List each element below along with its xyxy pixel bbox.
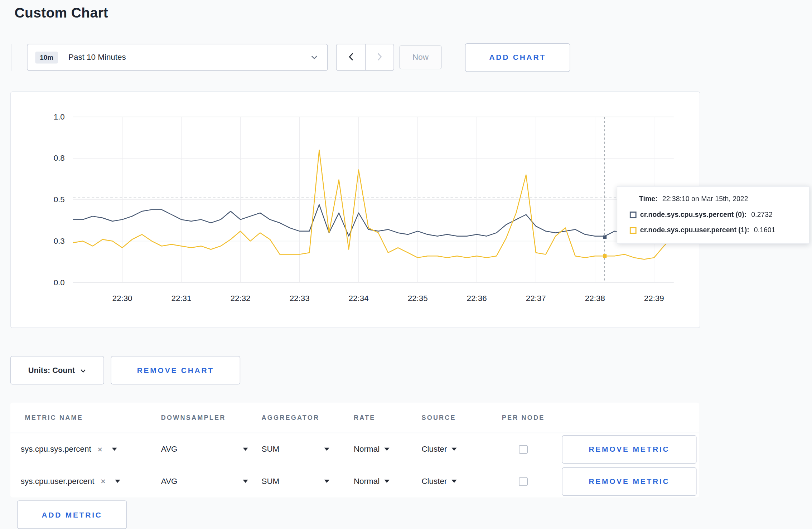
time-range-dropdown[interactable]: 10m Past 10 Minutes (27, 44, 328, 71)
chevron-left-icon (348, 52, 354, 63)
now-button[interactable]: Now (399, 45, 442, 69)
header-metric-name: METRIC NAME (10, 414, 157, 421)
custom-chart-page: Custom Chart 10m Past 10 Minutes Now A (0, 5, 812, 529)
svg-text:22:39: 22:39 (644, 294, 664, 303)
per-node-checkbox[interactable] (519, 445, 528, 454)
dropdown-caret-icon (451, 448, 456, 451)
metrics-table-header: METRIC NAME DOWNSAMPLER AGGREGATOR RATE … (10, 403, 699, 433)
aggregator-select[interactable]: SUM (261, 477, 329, 486)
tooltip-series-label: cr.node.sys.cpu.sys.percent (0): (640, 211, 746, 218)
svg-text:22:38: 22:38 (585, 294, 605, 303)
tooltip-series-label: cr.node.sys.cpu.user.percent (1): (640, 227, 749, 234)
metric-row: sys.cpu.sys.percent × AVG SUM Normal (10, 433, 699, 465)
units-dropdown-label: Units: Count (28, 366, 75, 375)
chart-card: 0.00.30.50.81.022:3022:3122:3222:3322:34… (10, 92, 700, 328)
svg-text:22:35: 22:35 (408, 294, 428, 303)
header-rate: RATE (349, 414, 417, 421)
source-value: Cluster (421, 445, 447, 454)
time-step-buttons (336, 44, 394, 71)
dropdown-caret-icon (384, 480, 389, 483)
remove-metric-button[interactable]: REMOVE METRIC (562, 467, 696, 496)
dropdown-caret-icon (324, 480, 329, 483)
header-per-node: PER NODE (489, 414, 557, 421)
svg-text:22:37: 22:37 (526, 294, 546, 303)
dropdown-caret-icon (243, 448, 248, 451)
svg-text:0.0: 0.0 (54, 278, 65, 287)
units-dropdown[interactable]: Units: Count (10, 356, 104, 385)
svg-text:22:36: 22:36 (467, 294, 487, 303)
rate-value: Normal (354, 477, 380, 486)
downsampler-select[interactable]: AVG (161, 477, 248, 486)
metrics-line-chart[interactable]: 0.00.30.50.81.022:3022:3122:3222:3322:34… (11, 92, 701, 315)
chevron-down-icon (311, 55, 318, 60)
svg-text:0.5: 0.5 (54, 195, 65, 204)
source-select[interactable]: Cluster (421, 445, 457, 454)
tooltip-series-value: 0.1601 (754, 227, 775, 234)
tooltip-time-label: Time: (639, 195, 658, 203)
header-aggregator: AGGREGATOR (257, 414, 349, 421)
aggregator-select[interactable]: SUM (261, 445, 329, 454)
source-select[interactable]: Cluster (421, 477, 457, 486)
svg-text:1.0: 1.0 (54, 112, 65, 121)
chart-tooltip: Time: 22:38:10 on Mar 15th, 2022 cr.node… (617, 186, 809, 243)
rate-select[interactable]: Normal (354, 477, 390, 486)
source-value: Cluster (421, 477, 447, 486)
dropdown-caret-icon (324, 448, 329, 451)
page-title: Custom Chart (14, 5, 812, 21)
remove-chart-button[interactable]: REMOVE CHART (111, 356, 241, 385)
svg-text:22:30: 22:30 (112, 294, 132, 303)
svg-text:0.3: 0.3 (54, 237, 65, 246)
header-source: SOURCE (417, 414, 489, 421)
tooltip-time-value: 22:38:10 on Mar 15th, 2022 (662, 195, 748, 203)
svg-text:22:33: 22:33 (290, 294, 310, 303)
downsampler-select[interactable]: AVG (161, 445, 248, 454)
svg-text:22:34: 22:34 (349, 294, 369, 303)
aggregator-value: SUM (261, 445, 279, 454)
time-window-badge: 10m (35, 51, 58, 63)
downsampler-value: AVG (161, 477, 178, 486)
metric-row: sys.cpu.user.percent × AVG SUM Normal (10, 465, 699, 498)
svg-text:22:31: 22:31 (171, 294, 191, 303)
rate-select[interactable]: Normal (354, 445, 390, 454)
per-node-checkbox[interactable] (519, 477, 528, 486)
tooltip-series-row: cr.node.sys.cpu.user.percent (1): 0.1601 (630, 227, 799, 234)
metric-name-select[interactable]: sys.cpu.sys.percent × (10, 445, 157, 454)
downsampler-value: AVG (161, 445, 178, 454)
remove-metric-button[interactable]: REMOVE METRIC (562, 435, 696, 464)
dropdown-caret-icon[interactable] (112, 448, 117, 451)
rate-value: Normal (354, 445, 380, 454)
chevron-right-icon (377, 52, 383, 63)
chart-controls-row: Units: Count REMOVE CHART (10, 356, 812, 385)
svg-text:0.8: 0.8 (54, 154, 65, 162)
clear-metric-icon[interactable]: × (97, 445, 102, 454)
time-window-label: Past 10 Minutes (68, 53, 126, 62)
toolbar: 10m Past 10 Minutes Now ADD CHART (11, 43, 812, 72)
add-chart-button[interactable]: ADD CHART (465, 43, 570, 72)
toolbar-divider (11, 44, 11, 71)
tooltip-time-row: Time: 22:38:10 on Mar 15th, 2022 (630, 195, 799, 203)
chevron-down-icon (81, 366, 86, 375)
aggregator-value: SUM (261, 477, 279, 486)
sys-series-swatch-icon (630, 212, 637, 218)
dropdown-caret-icon (451, 480, 456, 483)
time-back-button[interactable] (337, 44, 365, 70)
metric-name-select[interactable]: sys.cpu.user.percent × (10, 477, 157, 486)
add-metric-button[interactable]: ADD METRIC (17, 500, 127, 529)
user-series-swatch-icon (630, 227, 637, 234)
dropdown-caret-icon (384, 448, 389, 451)
time-forward-button[interactable] (365, 44, 394, 70)
dropdown-caret-icon (243, 480, 248, 483)
tooltip-series-row: cr.node.sys.cpu.sys.percent (0): 0.2732 (630, 211, 799, 218)
metric-name-label: sys.cpu.sys.percent (21, 445, 91, 454)
dropdown-caret-icon[interactable] (115, 480, 120, 483)
metric-name-label: sys.cpu.user.percent (21, 477, 95, 486)
svg-text:22:32: 22:32 (231, 294, 251, 303)
header-downsampler: DOWNSAMPLER (157, 414, 257, 421)
metrics-table: METRIC NAME DOWNSAMPLER AGGREGATOR RATE … (10, 403, 699, 498)
clear-metric-icon[interactable]: × (101, 477, 106, 486)
tooltip-series-value: 0.2732 (751, 211, 773, 218)
